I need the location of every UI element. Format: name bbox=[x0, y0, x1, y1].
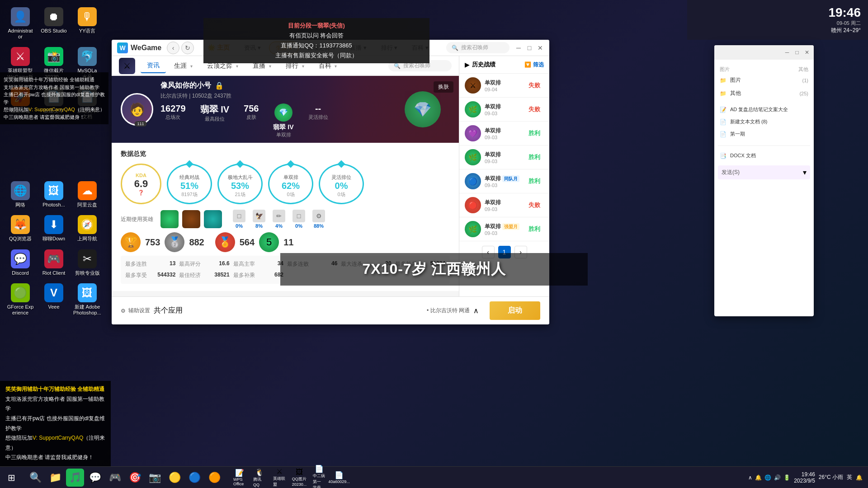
history-champ-5: 🔵 bbox=[465, 173, 481, 189]
nav-career[interactable]: 资讯 bbox=[141, 59, 166, 73]
explorer-doc-first[interactable]: 📄 第一期 bbox=[718, 128, 810, 140]
taskbar-search[interactable]: 🔍 bbox=[26, 469, 44, 487]
profile-stats: 16279 总场次 翡翠 IV 最高段位 756 皮肤 bbox=[160, 103, 450, 138]
taskbar-lol[interactable]: ⚔ 英雄联盟 bbox=[270, 464, 288, 488]
minimize-button[interactable]: ─ bbox=[515, 44, 522, 52]
icon-jianying[interactable]: ✂ 剪映专业版 bbox=[71, 247, 103, 279]
history-item-6[interactable]: 🔴 单双排 09-03 失败 bbox=[459, 193, 549, 217]
icon-photoshop[interactable]: 🖼 Photosh... bbox=[38, 178, 70, 211]
wegame-search[interactable]: 🔍 搜索召唤师 bbox=[446, 42, 509, 53]
taskbar-game2[interactable]: 🎯 bbox=[126, 469, 144, 487]
taskbar-spotify[interactable]: 🎵 bbox=[66, 469, 84, 487]
winrate-icon-3: ✏ bbox=[273, 210, 285, 222]
explorer-close[interactable]: ✕ bbox=[804, 49, 810, 56]
icon-riot[interactable]: 🎮 Riot Client bbox=[38, 247, 70, 279]
hero-icons-row bbox=[160, 210, 222, 228]
explorer-doc-ad[interactable]: 📝 AD 复盘总结笔记文案大全 bbox=[718, 103, 810, 116]
icon-aliyun[interactable]: ☁ 阿里云盘 bbox=[71, 178, 103, 211]
taskbar-app3[interactable]: 🟠 bbox=[205, 469, 223, 487]
maximize-button[interactable]: □ bbox=[526, 44, 533, 52]
server-expand[interactable]: ∧ bbox=[473, 306, 479, 315]
explorer-doc-new[interactable]: 📄 新建文本文档 (8) bbox=[718, 116, 810, 128]
icon-veee[interactable]: V Veee bbox=[38, 281, 70, 319]
icon-row-6: 💬 Discord 🎮 Riot Client ✂ 剪映专业版 bbox=[5, 247, 104, 279]
taskbar-app1[interactable]: 🟡 bbox=[165, 469, 184, 487]
history-item-4[interactable]: 🌿 单双排 09-03 胜利 bbox=[459, 145, 549, 169]
history-item-2[interactable]: 🌿 单双排 09-03 失败 bbox=[459, 98, 549, 122]
tray-icon-4[interactable]: 🔊 bbox=[774, 474, 781, 481]
history-result-3: 胜利 bbox=[525, 127, 544, 139]
nav-back-button[interactable]: ‹ bbox=[167, 42, 179, 54]
taskbar-qq[interactable]: 🐧 腾讯QQ bbox=[250, 464, 269, 488]
nav-refresh-button[interactable]: ↻ bbox=[181, 42, 194, 54]
detail-best-economy: 最佳经济 38521 bbox=[179, 272, 229, 279]
date-display: 09-05 周二 bbox=[837, 20, 861, 27]
history-item-5[interactable]: 🔵 单双排 同队月 09-03 胜利 bbox=[459, 169, 549, 193]
tray-icon-2[interactable]: 🔔 bbox=[755, 474, 762, 481]
winrate-item-4: □ 0% bbox=[292, 210, 305, 229]
taskbar-chat[interactable]: 💬 bbox=[86, 469, 104, 487]
icon-browser[interactable]: 🦊 QQ浏览器 bbox=[5, 212, 36, 244]
taskbar-camera[interactable]: 📷 bbox=[146, 469, 164, 487]
history-info-6: 单双排 09-03 bbox=[485, 199, 521, 212]
detail-highest-kda: 最高主宰 34 bbox=[233, 260, 283, 268]
taskbar-qqpics[interactable]: 🖼 QQ图片20230... bbox=[290, 464, 308, 488]
history-filter-button[interactable]: 🔽 筛选 bbox=[524, 61, 544, 69]
bullet-icon: • bbox=[427, 307, 429, 314]
history-result-7: 胜利 bbox=[525, 223, 544, 235]
tray-icon-1[interactable]: ∧ bbox=[748, 474, 752, 481]
lock-icon: 🔒 bbox=[215, 81, 224, 90]
icon-ps[interactable]: 🖼 新建 Adobe Photoshop... bbox=[71, 281, 103, 319]
history-item-1[interactable]: ⚔ 单双排 09-04 失败 bbox=[459, 74, 549, 98]
notification-button[interactable]: 🔔 bbox=[856, 474, 863, 481]
icon-yy[interactable]: 🎙 YY语言 bbox=[71, 5, 103, 42]
explorer-maximize[interactable]: □ bbox=[794, 49, 800, 56]
icon-nav[interactable]: 🧭 上网导航 bbox=[71, 212, 103, 244]
nav-overview[interactable]: 生涯 ▾ bbox=[168, 59, 199, 73]
explorer-item-docx[interactable]: 📑 DOCX 文档 bbox=[718, 150, 810, 162]
detail-longest-win: 最多连胜 13 bbox=[125, 260, 175, 268]
tray-icon-3[interactable]: 🌐 bbox=[764, 474, 771, 481]
taskbar-time: 19:46 bbox=[794, 471, 815, 478]
history-title: 历史战绩 bbox=[472, 61, 495, 69]
explorer-minimize[interactable]: ─ bbox=[784, 49, 790, 56]
start-game-button[interactable]: 启动 bbox=[490, 301, 540, 320]
explorer-item-pics[interactable]: 📁 图片 (1) bbox=[718, 74, 810, 87]
icon-network[interactable]: 🌐 网络 bbox=[5, 178, 36, 211]
history-info-3: 单双排 09-03 bbox=[485, 127, 521, 140]
taskbar-app2[interactable]: 🔵 bbox=[185, 469, 203, 487]
hero-winrates-row: 近期使用英雄 □ 0% 🦅 8% bbox=[121, 210, 450, 229]
detail-max-assist: 最多补乘 682 bbox=[233, 272, 283, 279]
doc-icon-2: 📄 bbox=[720, 119, 726, 125]
tray-icon-5[interactable]: 🔋 bbox=[783, 474, 790, 481]
icon-obs[interactable]: ⏺ OBS Studio bbox=[38, 5, 70, 42]
taskbar-explorer[interactable]: 📁 bbox=[46, 469, 64, 487]
history-champ-2: 🌿 bbox=[465, 101, 481, 117]
icon-administrator[interactable]: 👤 Administrat or bbox=[5, 5, 36, 42]
history-item-7[interactable]: 🌿 单双排 强盟月 09-03 胜利 bbox=[459, 217, 549, 241]
taskbar-wps[interactable]: 📝 WPS Office bbox=[231, 464, 249, 488]
avatar-container: 🧑 111 bbox=[121, 93, 160, 126]
icon-liaoliao[interactable]: ⬇ 聊聊Down bbox=[38, 212, 70, 244]
detail-highest-score: 最高评分 16.6 bbox=[179, 260, 229, 268]
eng-indicator[interactable]: 英 bbox=[847, 474, 852, 481]
taskbar-file[interactable]: 📄 40a60029... bbox=[330, 464, 348, 488]
settings-link[interactable]: ⚙ 辅助设置 bbox=[121, 307, 150, 314]
doc-icon-3: 📄 bbox=[720, 131, 726, 137]
icon-discord[interactable]: 💬 Discord bbox=[5, 247, 36, 279]
rank-badge-2: 🥈 bbox=[165, 232, 184, 252]
taskbar-game1[interactable]: 🎮 bbox=[106, 469, 124, 487]
close-button[interactable]: ✕ bbox=[537, 44, 544, 52]
explorer-item-25[interactable]: 📁 其他 (25) bbox=[718, 87, 810, 100]
icon-gforce[interactable]: 🟢 GForce Experience bbox=[5, 281, 36, 319]
winrate-item-2: 🦅 8% bbox=[253, 210, 265, 229]
history-result-5: 胜利 bbox=[525, 175, 544, 187]
rank-badge-3: 🏅 bbox=[215, 232, 235, 252]
winrate-item-3: ✏ 4% bbox=[273, 210, 285, 229]
history-item-3[interactable]: 💜 单双排 09-03 胜利 bbox=[459, 122, 549, 145]
history-result-6: 失败 bbox=[525, 199, 544, 211]
start-button[interactable]: ⊞ bbox=[0, 467, 23, 488]
taskbar-doc[interactable]: 📄 中二病第一学母 bbox=[310, 464, 328, 488]
history-expand-icon[interactable]: ▶ bbox=[465, 61, 469, 68]
diamond-top-3 bbox=[287, 160, 295, 168]
